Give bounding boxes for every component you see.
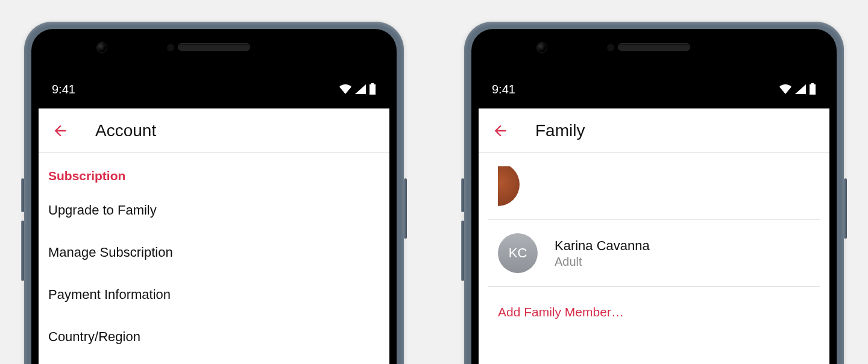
app-bar: Account [39, 108, 389, 153]
sensor-icon [167, 44, 174, 51]
page-title: Family [535, 121, 585, 140]
arrow-left-icon [52, 122, 69, 139]
power-button [844, 178, 847, 239]
avatar-initials: KC [498, 233, 538, 273]
phone-hardware-top [471, 29, 837, 65]
speaker-icon [618, 43, 690, 51]
item-upgrade-to-family[interactable]: Upgrade to Family [39, 189, 389, 231]
camera-icon [96, 42, 107, 53]
cellular-icon [794, 84, 807, 95]
wifi-icon [339, 84, 352, 95]
status-bar: 9:41 [479, 70, 829, 108]
battery-icon [809, 83, 816, 95]
member-role: Adult [555, 255, 650, 269]
speaker-icon [178, 43, 250, 51]
status-time: 9:41 [492, 83, 515, 96]
svg-rect-0 [371, 83, 374, 84]
status-bar: 9:41 [39, 70, 389, 108]
member-name: Karina Cavanna [555, 238, 650, 254]
svg-rect-3 [810, 84, 816, 95]
back-button[interactable] [488, 119, 512, 143]
power-button [404, 178, 407, 239]
family-member-organizer[interactable] [488, 153, 820, 220]
sensor-icon [607, 44, 614, 51]
phone-family: 9:41 [464, 22, 844, 364]
svg-rect-2 [811, 83, 814, 84]
phone-account: 9:41 [24, 22, 404, 364]
item-manage-subscription[interactable]: Manage Subscription [39, 231, 389, 274]
family-member-row[interactable]: KC Karina Cavanna Adult [488, 220, 820, 287]
battery-icon [369, 83, 376, 95]
app-bar: Family [479, 108, 829, 153]
cellular-icon [354, 84, 366, 95]
camera-icon [536, 42, 547, 53]
page-title: Account [95, 121, 156, 140]
back-button[interactable] [48, 119, 72, 143]
svg-rect-1 [370, 84, 376, 95]
status-time: 9:41 [52, 83, 75, 96]
avatar-organizer [498, 166, 528, 209]
arrow-left-icon [492, 122, 509, 139]
item-country-region[interactable]: Country/Region [39, 316, 389, 358]
add-family-member-link[interactable]: Add Family Member… [488, 287, 820, 337]
wifi-icon [779, 84, 792, 95]
phone-hardware-top [31, 29, 397, 65]
section-header-subscription: Subscription [39, 153, 389, 189]
item-payment-information[interactable]: Payment Information [39, 274, 389, 316]
